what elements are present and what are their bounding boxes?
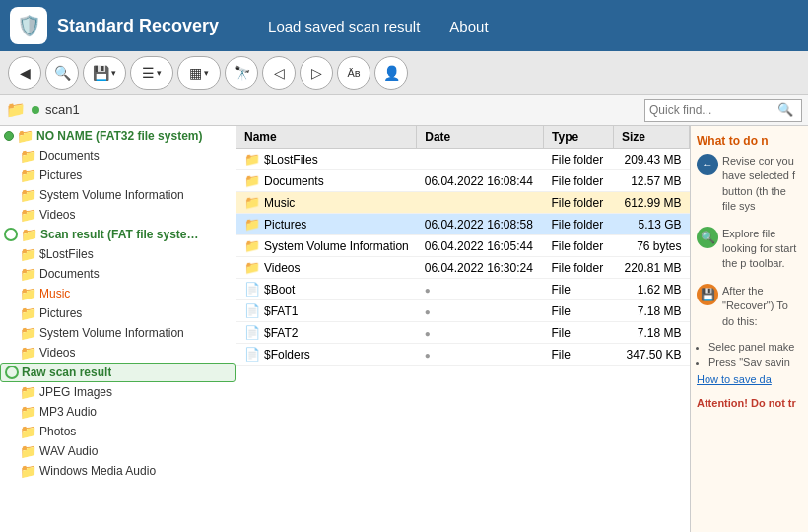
folder-icon: 📁: [20, 246, 36, 262]
app-logo: 🛡️: [10, 7, 47, 44]
cell-date: [417, 149, 544, 170]
table-row[interactable]: 📁Pictures 06.04.2022 16:08:58 File folde…: [236, 214, 690, 235]
cell-name: 📁Pictures: [236, 214, 417, 235]
table-row[interactable]: 📄$Boot ● File 1.62 MB: [236, 279, 690, 300]
table-row[interactable]: 📁$LostFiles File folder 209.43 MB: [236, 149, 690, 170]
tree-item-mp3[interactable]: 📁 MP3 Audio: [0, 402, 236, 422]
font-button[interactable]: Äв: [337, 56, 370, 90]
cell-type: File: [544, 322, 614, 344]
view-button[interactable]: ▦▾: [177, 56, 221, 90]
item-label: MP3 Audio: [39, 405, 97, 419]
item-label: Music: [39, 287, 70, 300]
folder-icon: 📁: [244, 260, 260, 275]
list-button[interactable]: ☰▾: [130, 56, 173, 90]
tree-item-lostfiles[interactable]: 📁 $LostFiles: [0, 244, 236, 264]
table-row[interactable]: 📁Documents 06.04.2022 16:08:44 File fold…: [236, 170, 690, 192]
tree-item-videos-1[interactable]: 📁 Videos: [0, 205, 236, 225]
root-label: NO NAME (FAT32 file system): [36, 129, 202, 143]
table-row[interactable]: 📁Music File folder 612.99 MB: [236, 192, 690, 214]
item-label: Videos: [39, 346, 75, 360]
cell-name: 📄$Boot: [236, 279, 417, 300]
how-to-save-link[interactable]: How to save da: [697, 373, 772, 385]
folder-icon: 📁: [20, 463, 36, 479]
cell-date: 06.04.2022 16:05:44: [417, 235, 544, 257]
tree-item-music[interactable]: 📁 Music: [0, 284, 236, 303]
item-label: System Volume Information: [39, 326, 184, 340]
address-path[interactable]: scan1: [45, 102, 639, 117]
folder-icon: 📁: [20, 424, 36, 439]
tree-item-pictures-2[interactable]: 📁 Pictures: [0, 303, 236, 323]
file-icon: 📄: [244, 325, 260, 340]
tree-item-wma[interactable]: 📁 Windows Media Audio: [0, 461, 236, 481]
raw-scan-node[interactable]: Raw scan result: [0, 363, 236, 382]
tree-item-documents-2[interactable]: 📁 Documents: [0, 264, 236, 284]
left-panel: 📁 NO NAME (FAT32 file system) 📁 Document…: [0, 126, 236, 532]
cell-name: 📁Music: [236, 192, 417, 214]
col-header-type: Type: [544, 126, 614, 149]
table-row[interactable]: 📁Videos 06.04.2022 16:30:24 File folder …: [236, 257, 690, 279]
folder-icon: 📁: [244, 195, 260, 210]
back-button[interactable]: ◀: [8, 56, 41, 90]
logo-area: 🛡️ Standard Recovery: [10, 7, 219, 44]
status-dot: [32, 106, 39, 114]
right-panel: What to do n ← Revise cor you have selec…: [690, 126, 808, 532]
about-link[interactable]: About: [449, 18, 488, 34]
cell-size: 5.13 GB: [613, 214, 689, 235]
col-header-date: Date: [417, 126, 544, 149]
header-nav: Load saved scan result About: [268, 18, 488, 34]
cell-type: File folder: [544, 214, 614, 235]
load-scan-link[interactable]: Load saved scan result: [268, 18, 420, 34]
item-label: Pictures: [39, 168, 82, 182]
binoculars-button[interactable]: 🔭: [225, 56, 258, 90]
tree-item-sysvolinfo-2[interactable]: 📁 System Volume Information: [0, 323, 236, 343]
tree-item-sysvolinfo-1[interactable]: 📁 System Volume Information: [0, 185, 236, 205]
app-container: 🛡️ Standard Recovery Load saved scan res…: [0, 0, 808, 532]
folder-icon: 📁: [244, 238, 260, 253]
cell-date: 06.04.2022 16:08:44: [417, 170, 544, 192]
folder-icon: 📁: [6, 100, 26, 119]
item-label: System Volume Information: [39, 188, 184, 202]
next-button[interactable]: ▷: [300, 56, 333, 90]
folder-icon: 📁: [20, 187, 36, 203]
folder-icon: 📁: [20, 443, 36, 459]
cell-size: 209.43 MB: [613, 149, 689, 170]
tree-item-photos[interactable]: 📁 Photos: [0, 422, 236, 441]
cell-date: ●: [417, 300, 544, 322]
tree-item-wav[interactable]: 📁 WAV Audio: [0, 441, 236, 461]
file-table: Name Date Type Size 📁$LostFiles File fol…: [236, 126, 690, 366]
prev-button[interactable]: ◁: [262, 56, 296, 90]
attention-text: Attention! Do not tr: [697, 397, 796, 409]
quick-find-input[interactable]: [649, 103, 777, 117]
cell-size: 76 bytes: [613, 235, 689, 257]
table-row[interactable]: 📄$FAT2 ● File 7.18 MB: [236, 322, 690, 344]
tree-item-documents-1[interactable]: 📁 Documents: [0, 146, 236, 166]
cell-name: 📁$LostFiles: [236, 149, 417, 170]
person-button[interactable]: 👤: [374, 56, 408, 90]
tree-item-videos-2[interactable]: 📁 Videos: [0, 343, 236, 363]
cell-type: File folder: [544, 170, 614, 192]
search-button[interactable]: 🔍: [45, 56, 79, 90]
cell-size: 220.81 MB: [613, 257, 689, 279]
cell-date: 06.04.2022 16:30:24: [417, 257, 544, 279]
toolbar: ◀ 🔍 💾▾ ☰▾ ▦▾ 🔭 ◁ ▷ Äв 👤: [0, 51, 808, 95]
item-label: JPEG Images: [39, 385, 112, 399]
right-text-1: Revise cor you have selected f button (t…: [722, 154, 802, 215]
table-row[interactable]: 📄$Folders ● File 347.50 KB: [236, 344, 690, 366]
quick-find-icon[interactable]: 🔍: [777, 102, 793, 117]
table-row[interactable]: 📁System Volume Information 06.04.2022 16…: [236, 235, 690, 257]
tree-item-pictures-1[interactable]: 📁 Pictures: [0, 166, 236, 185]
cell-type: File folder: [544, 235, 614, 257]
folder-icon: 📁: [17, 128, 34, 144]
save-button[interactable]: 💾▾: [83, 56, 126, 90]
tree-item-jpeg[interactable]: 📁 JPEG Images: [0, 382, 236, 402]
cell-size: 12.57 MB: [613, 170, 689, 192]
cell-date: [417, 192, 544, 214]
folder-icon: 📁: [244, 173, 260, 188]
right-text-2: Explore file looking for start the p too…: [722, 227, 802, 272]
table-row[interactable]: 📄$FAT1 ● File 7.18 MB: [236, 300, 690, 322]
cell-size: 347.50 KB: [613, 344, 689, 366]
main-area: 📁 NO NAME (FAT32 file system) 📁 Document…: [0, 126, 808, 532]
scan-result-node[interactable]: 📁 Scan result (FAT file system; 6.16 GB …: [0, 225, 236, 244]
search-icon: 🔍: [697, 227, 718, 248]
root-node[interactable]: 📁 NO NAME (FAT32 file system): [0, 126, 236, 146]
